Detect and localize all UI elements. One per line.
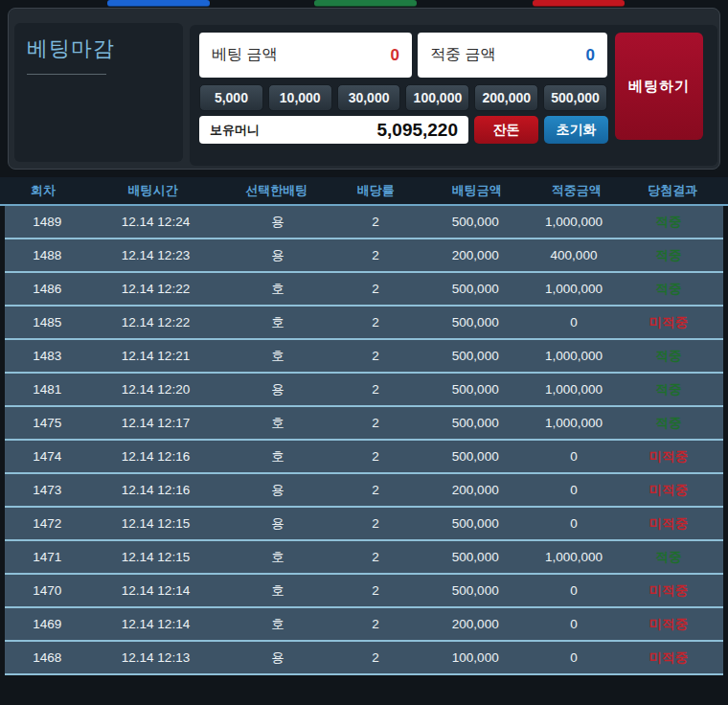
cell-round: 1474 [5, 449, 90, 464]
bet-amount-input[interactable]: 베팅 금액 0 [199, 33, 412, 78]
cell-odds: 2 [334, 617, 418, 631]
table-body: 1489 12.14 12:24 용 2 500,000 1,000,000 적… [0, 206, 728, 675]
cell-bet: 500,000 [418, 516, 535, 531]
win-amount-value: 0 [586, 46, 595, 65]
cell-bet: 500,000 [418, 416, 535, 430]
cell-round: 1489 [5, 215, 90, 229]
table-row: 1471 12.14 12:15 호 2 500,000 1,000,000 적… [5, 541, 723, 575]
top-tab-green[interactable] [314, 0, 417, 7]
cell-bet: 500,000 [418, 583, 535, 598]
cell-pick: 호 [222, 448, 334, 466]
header-round: 회차 [0, 182, 86, 199]
cell-time: 12.14 12:20 [90, 382, 222, 397]
table-row: 1481 12.14 12:20 용 2 500,000 1,000,000 적… [5, 374, 723, 407]
header-result: 당첨결과 [617, 182, 728, 199]
table-row: 1485 12.14 12:22 호 2 500,000 0 미적중 [5, 307, 723, 340]
cell-time: 12.14 12:21 [90, 349, 222, 363]
cell-round: 1469 [5, 617, 90, 631]
cell-round: 1468 [5, 650, 90, 665]
cell-bet: 500,000 [418, 315, 535, 330]
cell-round: 1473 [5, 483, 90, 497]
table-header-row: 회차 배팅시간 선택한배팅 배당률 배팅금액 적중금액 당첨결과 [0, 177, 728, 206]
chip-100000-button[interactable]: 100,000 [405, 84, 469, 111]
cell-result: 적중 [614, 381, 723, 398]
balance-value: 5,095,220 [376, 120, 458, 141]
table-row: 1468 12.14 12:13 용 2 100,000 0 미적중 [5, 642, 723, 675]
cell-pick: 호 [222, 348, 334, 365]
cell-win: 0 [534, 315, 614, 330]
table-row: 1474 12.14 12:16 호 2 500,000 0 미적중 [5, 441, 723, 474]
betting-panel: 베팅마감 베팅 금액 0 적중 금액 0 5,000 10,000 30,000… [8, 8, 720, 170]
cell-pick: 호 [222, 582, 334, 600]
chip-10000-button[interactable]: 10,000 [268, 84, 332, 111]
bet-history-table: 회차 배팅시간 선택한배팅 배당률 배팅금액 적중금액 당첨결과 1489 12… [0, 177, 728, 675]
cell-win: 0 [534, 617, 614, 631]
cell-time: 12.14 12:16 [90, 449, 222, 464]
cell-odds: 2 [334, 315, 418, 330]
cell-odds: 2 [334, 416, 418, 430]
chip-500000-button[interactable]: 500,000 [543, 84, 607, 111]
win-amount-input[interactable]: 적중 금액 0 [418, 33, 607, 78]
cell-result: 적중 [614, 549, 723, 566]
cell-bet: 500,000 [418, 550, 535, 564]
cell-bet: 500,000 [418, 449, 535, 464]
cell-result: 적중 [614, 415, 723, 432]
cell-pick: 용 [222, 515, 334, 533]
cell-result: 미적중 [614, 515, 723, 533]
table-row: 1470 12.14 12:14 호 2 500,000 0 미적중 [5, 575, 723, 608]
betting-status-title: 베팅마감 [14, 23, 183, 63]
top-tab-red[interactable] [533, 0, 625, 7]
cell-round: 1485 [5, 315, 90, 330]
cell-round: 1483 [5, 349, 90, 363]
chip-200000-button[interactable]: 200,000 [474, 84, 538, 111]
chip-5000-button[interactable]: 5,000 [199, 84, 263, 111]
cell-odds: 2 [334, 516, 418, 531]
bet-amount-label: 베팅 금액 [212, 45, 277, 65]
table-row: 1473 12.14 12:16 용 2 200,000 0 미적중 [5, 474, 723, 508]
cell-round: 1471 [5, 550, 90, 564]
cell-result: 적중 [614, 247, 723, 264]
table-row: 1488 12.14 12:23 용 2 200,000 400,000 적중 [5, 239, 723, 273]
cell-win: 0 [534, 583, 614, 598]
reset-button[interactable]: 초기화 [544, 116, 608, 144]
chip-30000-button[interactable]: 30,000 [337, 84, 401, 111]
cell-round: 1472 [5, 516, 90, 531]
header-odds: 배당률 [333, 182, 418, 199]
cell-pick: 호 [222, 314, 334, 331]
cell-win: 0 [534, 516, 614, 531]
cell-odds: 2 [334, 583, 418, 598]
cell-time: 12.14 12:16 [90, 483, 222, 497]
cell-odds: 2 [334, 282, 418, 296]
cell-time: 12.14 12:14 [90, 583, 222, 598]
cell-win: 1,000,000 [534, 382, 614, 397]
cell-round: 1486 [5, 282, 90, 296]
cell-odds: 2 [334, 248, 418, 262]
balance-label: 보유머니 [210, 122, 260, 139]
cell-round: 1475 [5, 416, 90, 430]
cell-result: 적중 [614, 214, 723, 231]
table-row: 1472 12.14 12:15 용 2 500,000 0 미적중 [5, 508, 723, 541]
cell-win: 0 [534, 449, 614, 464]
table-row: 1475 12.14 12:17 호 2 500,000 1,000,000 적… [5, 407, 723, 441]
cell-odds: 2 [334, 449, 418, 464]
change-button[interactable]: 잔돈 [474, 116, 538, 144]
cell-result: 미적중 [614, 649, 723, 667]
top-tab-blue[interactable] [107, 0, 210, 7]
cell-odds: 2 [334, 650, 418, 665]
cell-win: 1,000,000 [534, 215, 614, 229]
cell-win: 1,000,000 [534, 416, 614, 430]
cell-result: 미적중 [614, 448, 723, 466]
win-amount-label: 적중 금액 [430, 45, 495, 65]
cell-odds: 2 [334, 215, 418, 229]
place-bet-button[interactable]: 베팅하기 [615, 33, 703, 140]
header-time: 배팅시간 [86, 182, 220, 199]
cell-time: 12.14 12:14 [90, 617, 222, 631]
table-row: 1489 12.14 12:24 용 2 500,000 1,000,000 적… [5, 206, 723, 239]
cell-pick: 용 [222, 247, 334, 264]
cell-time: 12.14 12:24 [90, 215, 222, 229]
cell-round: 1488 [5, 248, 90, 262]
cell-round: 1470 [5, 583, 90, 598]
cell-bet: 100,000 [418, 650, 535, 665]
header-bet: 배팅금액 [418, 182, 535, 199]
cell-pick: 호 [222, 549, 334, 566]
